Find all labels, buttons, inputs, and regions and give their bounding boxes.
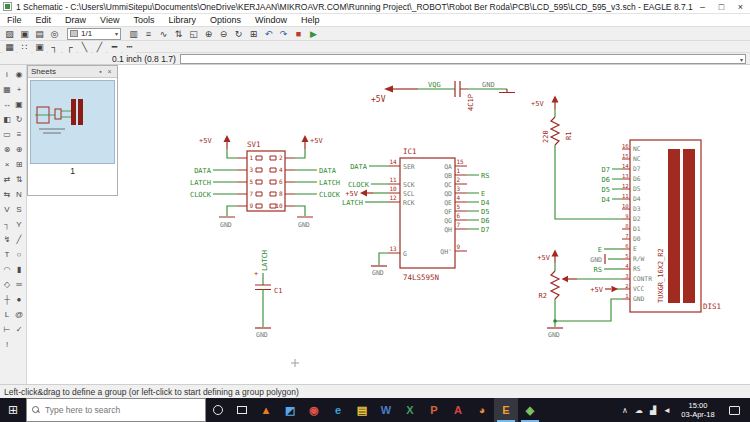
- eagle-control-panel-icon[interactable]: ◈: [518, 398, 542, 422]
- net-tool[interactable]: ┼: [1, 292, 13, 307]
- action-center-button[interactable]: [722, 406, 746, 415]
- bend-right-icon[interactable]: ┐: [48, 41, 61, 53]
- acrobat-icon[interactable]: A: [446, 398, 470, 422]
- zoom-in-icon[interactable]: ⊕: [202, 28, 215, 40]
- run-script-icon[interactable]: ∿: [157, 28, 170, 40]
- menu-item[interactable]: Window: [248, 14, 294, 26]
- arc-tool[interactable]: ◠: [1, 262, 13, 277]
- cut-tool[interactable]: ⊗: [1, 142, 13, 157]
- mark-tool[interactable]: +: [13, 82, 25, 97]
- wire-tool[interactable]: ╱: [13, 232, 25, 247]
- label-tool[interactable]: L: [1, 307, 13, 322]
- print-icon[interactable]: ▤: [33, 28, 46, 40]
- mirror-tool[interactable]: ◧: [1, 112, 13, 127]
- errors-tool[interactable]: !: [1, 337, 13, 352]
- pin-icon[interactable]: ▪: [96, 68, 105, 75]
- replace-tool[interactable]: ⇆: [1, 187, 13, 202]
- undo-icon[interactable]: ↶: [262, 28, 275, 40]
- move-tool[interactable]: ↔: [1, 97, 13, 112]
- chevron-up-icon[interactable]: ∧: [618, 406, 632, 415]
- bend-diag-up-icon[interactable]: ╱: [93, 41, 106, 53]
- schematic-canvas[interactable]: +5V VQG 4C1P GND SV1 1 3 5 7: [27, 65, 750, 384]
- close-button[interactable]: ×: [731, 0, 750, 13]
- menu-item[interactable]: Options: [203, 14, 248, 26]
- chrome-icon[interactable]: ◉: [302, 398, 326, 422]
- component-ic1[interactable]: IC1 14 SER 11 SCK 10 SCL 12 RCK 13 G DAT…: [342, 147, 490, 282]
- excel-icon[interactable]: X: [398, 398, 422, 422]
- value-tool[interactable]: V: [1, 202, 13, 217]
- taskbar-search[interactable]: [26, 398, 206, 422]
- search-input[interactable]: [45, 405, 185, 415]
- info-tool[interactable]: i: [1, 67, 13, 82]
- circle-tool[interactable]: ○: [13, 247, 25, 262]
- line-style-icon[interactable]: ┅: [123, 41, 136, 53]
- bend-left-icon[interactable]: ┌: [63, 41, 76, 53]
- invoke-tool[interactable]: ↯: [1, 232, 13, 247]
- maximize-button[interactable]: □: [712, 0, 731, 13]
- display-tool[interactable]: ▦: [1, 82, 13, 97]
- dimension-tool[interactable]: ⊢: [1, 322, 13, 337]
- menu-item[interactable]: Help: [294, 14, 327, 26]
- open-icon[interactable]: ▨: [3, 28, 16, 40]
- text-tool[interactable]: T: [1, 247, 13, 262]
- file-explorer-icon[interactable]: ▤: [350, 398, 374, 422]
- component-c1[interactable]: LATCH + C1 GND: [254, 250, 282, 339]
- zoom-select-icon[interactable]: ⊞: [247, 28, 260, 40]
- grid-icon[interactable]: ▦: [3, 41, 16, 53]
- stop-icon[interactable]: ■: [292, 28, 305, 40]
- gateswap-tool[interactable]: ⇅: [13, 172, 25, 187]
- menu-item[interactable]: Draw: [58, 14, 93, 26]
- pad-icon[interactable]: ▣: [33, 41, 46, 53]
- bus-tool[interactable]: ═: [13, 277, 25, 292]
- firefox-icon[interactable]: ◕: [470, 398, 494, 422]
- dot-grid-icon[interactable]: ∷: [18, 41, 31, 53]
- change-tool[interactable]: ≡: [13, 127, 25, 142]
- word-icon[interactable]: W: [374, 398, 398, 422]
- task-view-button[interactable]: [230, 398, 254, 422]
- sync-icon[interactable]: ⇅: [172, 28, 185, 40]
- menu-item[interactable]: View: [93, 14, 126, 26]
- show-tool[interactable]: ◉: [13, 67, 25, 82]
- smash-tool[interactable]: S: [13, 202, 25, 217]
- delete-tool[interactable]: ×: [1, 157, 13, 172]
- go-icon[interactable]: ▶: [307, 28, 320, 40]
- taskbar-clock[interactable]: 15:00 03-Apr-18: [674, 401, 722, 419]
- component-dis1[interactable]: 16 NC 15 NC 14 D7 13 D6: [555, 140, 721, 321]
- add-tool[interactable]: ⊞: [13, 157, 25, 172]
- split-tool[interactable]: Y: [13, 217, 25, 232]
- component-r2[interactable]: +5V R2 GND: [537, 250, 622, 340]
- erc-tool[interactable]: ✓: [13, 322, 25, 337]
- minimize-button[interactable]: –: [693, 0, 712, 13]
- component-sv1[interactable]: SV1 1 3 5 7 9 2 4 6 8 10 +5V +5V: [190, 135, 341, 229]
- component-c1p[interactable]: +5V VQG 4C1P GND: [371, 81, 515, 112]
- eagle-icon[interactable]: E: [494, 398, 518, 422]
- bend-diag-down-icon[interactable]: ╲: [78, 41, 91, 53]
- redo-icon[interactable]: ↷: [277, 28, 290, 40]
- menu-item[interactable]: File: [0, 14, 29, 26]
- network-icon[interactable]: ▟: [646, 406, 660, 415]
- board-switch-icon[interactable]: ▥: [127, 28, 140, 40]
- zoom-redraw-icon[interactable]: ↻: [232, 28, 245, 40]
- layer-dropdown[interactable]: 1/1 ▾: [67, 28, 121, 40]
- command-input[interactable]: [181, 55, 740, 63]
- edge-icon[interactable]: e: [326, 398, 350, 422]
- pinswap-tool[interactable]: ⇄: [1, 172, 13, 187]
- paste-tool[interactable]: ⊕: [13, 142, 25, 157]
- start-button[interactable]: ⊞: [0, 398, 26, 422]
- menu-item[interactable]: Edit: [29, 14, 59, 26]
- group-tool[interactable]: ▭: [1, 127, 13, 142]
- attribute-tool[interactable]: @: [13, 307, 25, 322]
- close-icon[interactable]: ×: [105, 68, 114, 75]
- powerpoint-icon[interactable]: P: [422, 398, 446, 422]
- zoom-out-icon[interactable]: ⊖: [217, 28, 230, 40]
- vlc-icon[interactable]: ▲: [254, 398, 278, 422]
- junction-tool[interactable]: ●: [13, 292, 25, 307]
- sheet-thumbnail[interactable]: [30, 80, 115, 164]
- width-icon[interactable]: ━: [108, 41, 121, 53]
- sheet-number[interactable]: 1: [28, 166, 117, 176]
- cam-processor-icon[interactable]: ◎: [48, 28, 61, 40]
- cortana-button[interactable]: [206, 398, 230, 422]
- volume-icon[interactable]: ◄: [660, 406, 674, 415]
- zoom-fit-icon[interactable]: ◱: [187, 28, 200, 40]
- rotate-tool[interactable]: ↻: [13, 112, 25, 127]
